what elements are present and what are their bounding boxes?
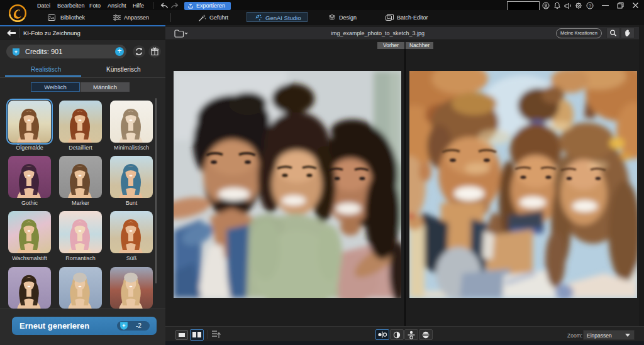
svg-text:?: ? [589, 3, 591, 9]
